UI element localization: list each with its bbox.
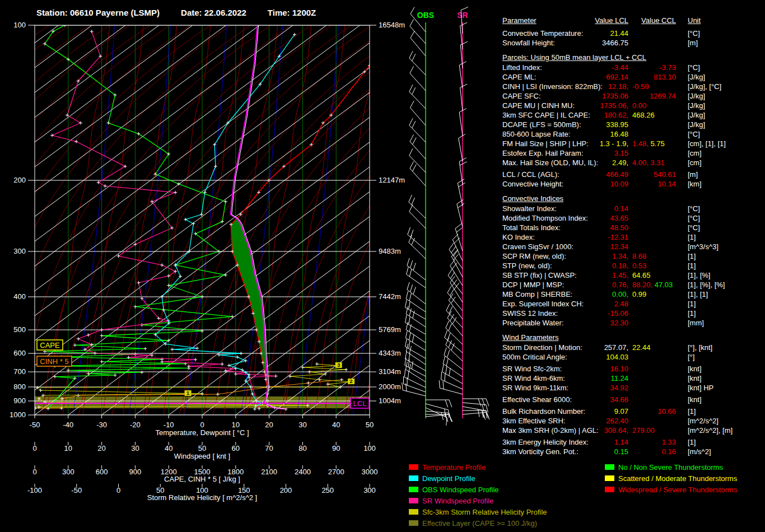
row-label: Modified Thompson Index:	[502, 213, 588, 223]
row-label: Exp. Supercell Index CH:	[502, 299, 584, 309]
axis-knot: 0102030405060708090100Windspeed [ knt ]	[32, 442, 375, 460]
temperature-profile	[229, 64, 371, 410]
svg-text:-30: -30	[96, 421, 107, 429]
svg-text:2400: 2400	[295, 468, 311, 476]
unit-label: [°C]	[688, 223, 700, 232]
altitude-label: 4343m	[379, 349, 401, 357]
legend-item: OBS Windspeed Profile	[409, 484, 547, 495]
parameter-row: Effective Shear 6000:34.66[knt]	[502, 395, 763, 404]
wind-column-label: OBS	[417, 11, 434, 20]
value-lcl: 16.48	[581, 129, 628, 139]
unit-label: [1], [%]	[688, 270, 710, 280]
value-extra: 1.48, 5.75	[632, 139, 665, 148]
row-label: SCP RM (new, old):	[502, 251, 566, 261]
svg-text:50: 50	[366, 421, 374, 429]
value-extra: 0.53	[632, 261, 646, 270]
unit-label: [knt] HP	[688, 383, 713, 393]
unit-label: [m]	[688, 38, 698, 48]
unit-label: [1]	[688, 251, 696, 261]
value-lcl: 10.09	[581, 179, 628, 189]
value-lcl: -3.44	[581, 63, 628, 72]
unit-label: [1]	[688, 299, 696, 309]
parameter-row: Lifted Index:-3.44-3.73[°C]	[502, 63, 763, 72]
parameter-row: Exp. Supercell Index CH:2.48[1]	[502, 299, 763, 309]
axis-title: Windspeed [ knt ]	[174, 452, 230, 460]
parameter-row: DCAPE (LFS = 500mB):338.95[J/kg]	[502, 120, 763, 129]
value-lcl: 1735.06	[581, 91, 628, 101]
svg-text:50: 50	[198, 444, 206, 452]
unit-label: [J/kg]	[688, 120, 705, 129]
value-lcl: 34.66	[581, 395, 628, 404]
parameter-row: Estofex Exp. Hail Param:3.15[cm]	[502, 148, 763, 158]
km-marker-3: 3	[335, 362, 342, 368]
value-lcl: 3.15	[581, 148, 628, 158]
cinh-label: CINH * 5	[37, 356, 72, 366]
unit-label: [1]	[688, 309, 696, 318]
unit-label: [°], [knt]	[688, 343, 712, 352]
unit-label: [J/kg]	[688, 91, 705, 101]
value-ccl: 10.66	[631, 407, 676, 416]
value-lcl: 34.92	[581, 383, 628, 393]
parameter-row: Bulk Richardson Number:9.0710.66[1]	[502, 407, 763, 416]
parameter-row: Showalter Index:0.14[°C]	[502, 204, 763, 213]
svg-text:40: 40	[332, 421, 340, 429]
unit-label: [J/kg]	[688, 110, 705, 120]
section-header: Convective Indices	[502, 194, 763, 203]
legend-item: Scattered / Moderate Thunderstorms	[605, 473, 737, 484]
lcl-label: LCL	[351, 398, 369, 408]
parameter-row: CINH | LSI (Inversion: 822mB):12.18,-0.5…	[502, 82, 763, 91]
legend-label: OBS Windspeed Profile	[422, 486, 499, 494]
value-lcl: 338.95	[581, 120, 628, 129]
legend-item: SR Windspeed Profile	[409, 495, 547, 506]
wind-column-sr: SR	[439, 7, 489, 419]
pressure-label: 1000	[10, 410, 26, 419]
section-header: Wind Parameters	[502, 333, 763, 342]
pressure-label: 800	[13, 382, 26, 391]
parameter-row: 3km Energy Helicity Index:1.141.33[1]	[502, 437, 763, 447]
legend-item: No / Non Severe Thunderstorms	[605, 461, 737, 473]
row-label: FM Hail Size | SHIP | LHP:	[502, 139, 589, 148]
value-extra-item: 0.53	[632, 262, 646, 270]
svg-text:20: 20	[97, 444, 105, 452]
severity-legend: No / Non Severe ThunderstormsScattered /…	[605, 461, 737, 495]
value-extra-item: 279.00	[632, 426, 655, 435]
altitude-label: 2000m	[379, 382, 401, 391]
pressure-label: 500	[13, 325, 26, 334]
parameter-row: 3km SFC CAPE | IL CAPE:180.62,468.26[J/k…	[502, 110, 763, 120]
value-lcl: 0.18,	[581, 261, 628, 270]
unit-label: [°C]	[688, 204, 700, 213]
unit-label: [°]	[688, 352, 694, 362]
svg-text:300: 300	[62, 468, 74, 476]
unit-label: [°C]	[688, 213, 700, 223]
altitude-label: 12147m	[379, 176, 405, 184]
svg-text:100: 100	[363, 444, 376, 452]
value-extra: -0.59	[632, 82, 649, 91]
value-extra: 0.99	[632, 290, 646, 299]
svg-text:80: 80	[298, 444, 306, 452]
unit-label: [1], [%], [%]	[688, 280, 725, 290]
wind-column-label: SR	[457, 11, 468, 20]
svg-text:0: 0	[32, 444, 36, 452]
altitude-label: 1004m	[379, 396, 401, 405]
row-label: CAPE MU | CINH MU:	[502, 101, 575, 110]
unit-label: [1], [1]	[688, 290, 708, 299]
unit-label: [m^3/s^3]	[688, 242, 719, 251]
legend-swatch-icon	[409, 498, 418, 503]
legend-label: Scattered / Moderate Thunderstorms	[618, 474, 737, 483]
parameter-row: Craven SigSvr / 1000:12.34[m^3/s^3]	[502, 242, 763, 251]
row-label: Estofex Exp. Hail Param:	[502, 148, 584, 158]
value-extra: 8.68	[632, 251, 646, 261]
profile-legend: Temperature ProfileDewpoint ProfileOBS W…	[409, 461, 547, 529]
legend-swatch-icon	[409, 509, 418, 515]
unit-label: [1]	[688, 232, 696, 242]
svg-text:2: 2	[350, 379, 353, 384]
parameter-row: CAPE SFC:1735.061269.74[J/kg]	[502, 91, 763, 101]
legend-swatch-icon	[409, 475, 418, 481]
value-ccl: 0.16	[631, 447, 676, 456]
row-label: CAPE ML:	[502, 72, 537, 82]
unit-label: [cm]	[688, 148, 702, 158]
value-lcl: 1.14	[581, 437, 628, 447]
pressure-label: 700	[13, 367, 26, 376]
parameter-row: 850-600 Lapse Rate:16.48[°C]	[502, 129, 763, 139]
axis-cape: 03006009001200150018002100240027003000CA…	[32, 465, 377, 483]
